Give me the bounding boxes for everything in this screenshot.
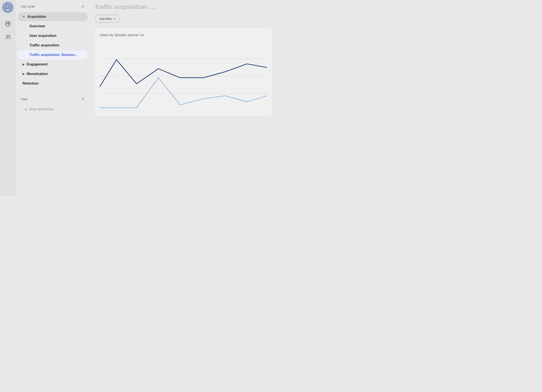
retention-nav-item[interactable]: Retention [17, 79, 88, 88]
section-divider [21, 90, 84, 90]
user-acquisition-label: User acquisition [29, 34, 56, 38]
chart-title: Users by Session source / m [100, 33, 267, 37]
overview-label: Overview [29, 24, 45, 28]
monetization-nav-item[interactable]: ▶ Monetization [17, 69, 88, 78]
user-acquisition-nav-item[interactable]: User acquisition [17, 31, 88, 40]
svg-point-0 [6, 5, 9, 8]
monetization-label: Monetization [27, 72, 48, 76]
retention-label: Retention [22, 82, 38, 85]
acquisition-label: Acquisition [27, 15, 46, 19]
chart-series-2 [100, 78, 267, 108]
icon-rail [0, 0, 16, 196]
lifecycle-label: Life cycle [21, 5, 35, 8]
audience-nav-icon[interactable] [2, 31, 13, 43]
user-attributes-nav-item[interactable]: ▶ User attributes [17, 105, 88, 114]
add-filter-label: Add filter [99, 17, 112, 21]
chart-card: Users by Session source / m [95, 28, 272, 116]
user-attributes-label: User attributes [29, 107, 54, 111]
analytics-nav-icon[interactable] [2, 18, 13, 29]
traffic-acquisition-label: Traffic acquisition [29, 43, 59, 47]
svg-point-1 [6, 8, 10, 11]
chart-container [100, 41, 267, 111]
monetization-arrow-icon: ▶ [22, 72, 25, 76]
overview-nav-item[interactable]: Overview [17, 22, 88, 31]
engagement-label: Engagement [27, 62, 48, 66]
page-title: Traffic acquisition: ... [95, 4, 272, 11]
add-filter-button[interactable]: Add filter + [95, 15, 120, 23]
engagement-arrow-icon: ▶ [22, 63, 25, 66]
engagement-nav-item[interactable]: ▶ Engagement [17, 60, 88, 69]
lifecycle-section-header[interactable]: Life cycle ∧ [16, 0, 89, 12]
lifecycle-chevron-icon: ∧ [81, 4, 84, 9]
user-avatar[interactable] [2, 2, 13, 13]
main-content: Traffic acquisition: ... Add filter + Us… [89, 0, 277, 196]
traffic-acquisition-nav-item[interactable]: Traffic acquisition [17, 41, 88, 50]
user-attributes-arrow-icon: ▶ [25, 108, 27, 111]
acquisition-arrow-icon: ▼ [22, 15, 25, 18]
chart-svg [100, 41, 267, 111]
user-chevron-icon: ∧ [81, 97, 84, 101]
add-filter-plus-icon: + [113, 17, 115, 21]
svg-point-4 [8, 35, 10, 37]
acquisition-nav-item[interactable]: ▼ Acquisition [17, 12, 88, 21]
user-section-header[interactable]: User ∧ [16, 93, 89, 104]
svg-point-3 [6, 35, 8, 37]
traffic-acquisition-session-nav-item[interactable]: Traffic acquisition: Session... [17, 50, 88, 60]
user-section-label: User [21, 97, 28, 101]
chart-series-1 [100, 60, 267, 87]
sidebar: Life cycle ∧ ▼ Acquisition Overview User… [16, 0, 89, 196]
traffic-acquisition-session-label: Traffic acquisition: Session... [29, 53, 77, 57]
